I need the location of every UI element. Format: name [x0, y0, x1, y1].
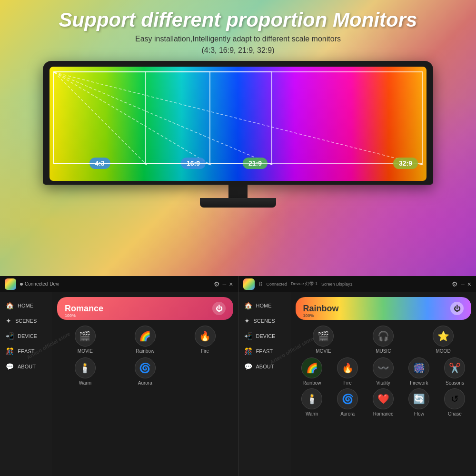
fire-icon-circle-left: 🔥: [195, 326, 216, 347]
scene-warm-left[interactable]: 🕯️ Warm: [57, 357, 113, 386]
right-active-mode-card[interactable]: Rainbow 100% ⏻: [296, 297, 472, 320]
movie-label-left: MOVIE: [78, 348, 93, 354]
left-mode-info: Romance 100%: [65, 304, 103, 314]
monitor-screen: 4:3 16:9 21:9: [50, 67, 426, 181]
right-device-text: Device 灯带-1: [291, 281, 317, 287]
sidebar-item-about-left[interactable]: 💬 ABOUT: [0, 359, 52, 374]
left-scene-grid: 🎬 MOVIE 🌈 Rainbow 🔥 Fire 🕯️ Warm: [57, 326, 233, 386]
right-link-icon: ⛓: [258, 282, 263, 287]
scene-firework-right[interactable]: 🎆 Firework: [403, 357, 436, 386]
warm-label-right: Warm: [306, 411, 318, 416]
monitor-neck: [228, 185, 248, 198]
right-header-info: ⛓ Connected Device 灯带-1 Screen Display1: [258, 281, 353, 287]
sidebar-item-feast-right[interactable]: 🎊 FEAST: [238, 344, 291, 359]
left-power-button[interactable]: ⏻: [212, 302, 226, 315]
about-label-right: ABOUT: [256, 364, 274, 369]
scene-chase-right[interactable]: ↺ Chase: [438, 388, 471, 416]
music-label-right: MUSIC: [376, 348, 391, 354]
right-app-main: Rainbow 100% ⏻ 🎬 MOVIE 🎧 MUSIC: [291, 292, 476, 476]
subtitle: Easy installation,Intelligently adapt to…: [135, 33, 341, 56]
aurora-icon-circle-right: 🌀: [337, 388, 358, 409]
warm-icon-circle-left: 🕯️: [75, 357, 96, 378]
subtitle-line1: Easy installation,Intelligently adapt to…: [135, 35, 341, 43]
scene-seasons-right[interactable]: ✂️ Seasons: [438, 357, 471, 386]
right-close-button[interactable]: ×: [467, 280, 471, 288]
left-gear-button[interactable]: ⚙: [214, 280, 220, 288]
device-label-left: DEVICE: [18, 333, 37, 339]
movie-label-right: MOVIE: [316, 348, 331, 354]
aurora-icon-circle-left: 🌀: [135, 357, 156, 378]
feast-label-right: FEAST: [256, 348, 273, 354]
scene-aurora-right[interactable]: 🌀 Aurora: [331, 388, 364, 416]
aurora-label-left: Aurora: [138, 380, 152, 386]
fire-icon-circle-right: 🔥: [337, 357, 358, 378]
left-app-header: Connected Devi ⚙ – ×: [0, 276, 238, 292]
scene-rainbow-right[interactable]: 🌈 Rainbow: [296, 357, 328, 386]
right-gear-button[interactable]: ⚙: [452, 280, 458, 288]
right-app-body: 🏠 HOME ✦ SCENES 📲 DEVICE 🎊 FEAST 💬: [238, 292, 476, 476]
left-device-text: Devi: [50, 281, 59, 287]
home-label-left: HOME: [18, 303, 33, 308]
right-sidebar: 🏠 HOME ✦ SCENES 📲 DEVICE 🎊 FEAST 💬: [238, 292, 291, 476]
scene-mood-right[interactable]: ⭐ MOOD: [415, 326, 471, 354]
right-mode-progress: 100%: [303, 313, 314, 318]
left-sidebar: 🏠 HOME ✦ SCENES 📲 DEVICE 🎊 FEAST 💬: [0, 292, 52, 476]
sidebar-item-scenes-right[interactable]: ✦ SCENES: [238, 313, 291, 328]
flow-label-right: Flow: [414, 411, 424, 416]
right-minimize-button[interactable]: –: [461, 280, 465, 288]
scenes-icon-right: ✦: [244, 317, 250, 325]
aurora-label-right: Aurora: [340, 411, 355, 416]
sidebar-item-scenes-left[interactable]: ✦ SCENES: [0, 313, 52, 328]
scene-flow-right[interactable]: 🔄 Flow: [403, 388, 436, 416]
about-label-left: ABOUT: [18, 364, 36, 369]
top-section: Arteco office Support different proporti…: [0, 0, 476, 276]
left-mode-progress: 100%: [65, 313, 76, 318]
rainbow-label-right: Rainbow: [303, 380, 321, 386]
main-headline: Support different proportion Monitors: [59, 9, 417, 31]
fire-label-right: Fire: [344, 380, 352, 386]
right-mode-label: Rainbow: [303, 304, 339, 314]
home-icon-left: 🏠: [6, 302, 14, 309]
scene-warm-right[interactable]: 🕯️ Warm: [296, 388, 328, 416]
monitor-outer: 4:3 16:9 21:9: [43, 61, 433, 185]
warm-icon-circle-right: 🕯️: [301, 388, 322, 409]
right-header-controls: ⚙ – ×: [452, 280, 471, 288]
scene-movie-left[interactable]: 🎬 MOVIE: [57, 326, 113, 354]
right-app-logo: [243, 278, 255, 290]
seasons-icon-circle-right: ✂️: [444, 357, 465, 378]
sidebar-item-feast-left[interactable]: 🎊 FEAST: [0, 344, 52, 359]
right-app-panel: Arteco official store ⛓ Connected Device…: [238, 276, 476, 476]
bottom-section: Arteco official store Connected Devi ⚙ –…: [0, 276, 476, 476]
vitality-icon-circle-right: 〰️: [373, 357, 394, 378]
left-minimize-button[interactable]: –: [223, 280, 227, 288]
scene-fire-left[interactable]: 🔥 Fire: [177, 326, 233, 354]
device-icon-left: 📲: [6, 332, 14, 340]
fire-label-left: Fire: [201, 348, 209, 354]
right-power-button[interactable]: ⏻: [450, 302, 464, 315]
chase-label-right: Chase: [448, 411, 462, 416]
scene-romance-right[interactable]: ❤️ Romance: [367, 388, 400, 416]
scene-music-right[interactable]: 🎧 MUSIC: [355, 326, 411, 354]
sidebar-item-about-right[interactable]: 💬 ABOUT: [238, 359, 291, 374]
movie-icon-circle-left: 🎬: [75, 326, 96, 347]
sidebar-item-home-left[interactable]: 🏠 HOME: [0, 298, 52, 313]
scene-aurora-left[interactable]: 🌀 Aurora: [117, 357, 173, 386]
sidebar-item-device-left[interactable]: 📲 DEVICE: [0, 328, 52, 344]
monitor-base: [200, 198, 276, 208]
home-icon-right: 🏠: [244, 302, 252, 309]
scene-vitality-right[interactable]: 〰️ Vitality: [367, 357, 400, 386]
scene-rainbow-left[interactable]: 🌈 Rainbow: [117, 326, 173, 354]
flow-icon-circle-right: 🔄: [408, 388, 429, 409]
sidebar-item-device-right[interactable]: 📲 DEVICE: [238, 328, 291, 344]
scene-movie-right[interactable]: 🎬 MOVIE: [296, 326, 352, 354]
monitor-wrapper: 4:3 16:9 21:9: [43, 61, 433, 208]
left-app-logo: [5, 278, 16, 290]
left-app-panel: Arteco official store Connected Devi ⚙ –…: [0, 276, 238, 476]
left-close-button[interactable]: ×: [229, 280, 233, 288]
rainbow-icon-circle-right: 🌈: [301, 357, 322, 378]
left-active-mode-card[interactable]: Romance 100% ⏻: [57, 297, 233, 320]
sidebar-item-home-right[interactable]: 🏠 HOME: [238, 298, 291, 313]
seasons-label-right: Seasons: [446, 380, 464, 386]
scene-fire-right[interactable]: 🔥 Fire: [331, 357, 364, 386]
vitality-label-right: Vitality: [377, 380, 390, 386]
